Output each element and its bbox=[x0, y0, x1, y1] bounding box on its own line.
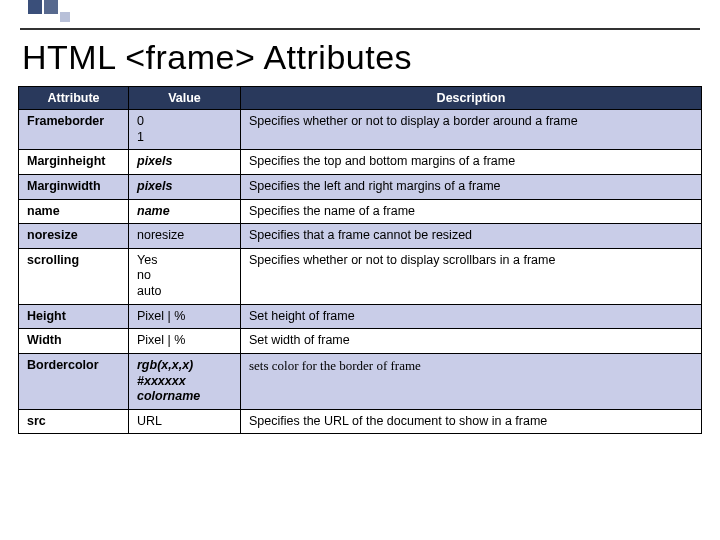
cell-attribute: src bbox=[19, 409, 129, 434]
cell-attribute: Width bbox=[19, 329, 129, 354]
cell-description: Specifies the left and right margins of … bbox=[241, 174, 702, 199]
cell-attribute: noresize bbox=[19, 224, 129, 249]
cell-description: Specifies whether or not to display scro… bbox=[241, 248, 702, 304]
cell-description: Specifies whether or not to display a bo… bbox=[241, 110, 702, 150]
table-row: MarginheightpixelsSpecifies the top and … bbox=[19, 150, 702, 175]
table-row: noresizenoresizeSpecifies that a frame c… bbox=[19, 224, 702, 249]
cell-value: rgb(x,x,x)#xxxxxxcolorname bbox=[129, 353, 241, 409]
table-row: WidthPixel | %Set width of frame bbox=[19, 329, 702, 354]
header-description: Description bbox=[241, 87, 702, 110]
cell-description: Set height of frame bbox=[241, 304, 702, 329]
table-row: namenameSpecifies the name of a frame bbox=[19, 199, 702, 224]
attributes-table: Attribute Value Description Frameborder0… bbox=[18, 86, 702, 434]
title-rule bbox=[20, 28, 700, 30]
cell-description: Specifies the top and bottom margins of … bbox=[241, 150, 702, 175]
cell-value: Pixel | % bbox=[129, 304, 241, 329]
cell-attribute: name bbox=[19, 199, 129, 224]
cell-value: Pixel | % bbox=[129, 329, 241, 354]
cell-attribute: Marginwidth bbox=[19, 174, 129, 199]
cell-value: pixels bbox=[129, 174, 241, 199]
table-header-row: Attribute Value Description bbox=[19, 87, 702, 110]
cell-description: Specifies that a frame cannot be resized bbox=[241, 224, 702, 249]
cell-description: Specifies the URL of the document to sho… bbox=[241, 409, 702, 434]
table-row: Frameborder01Specifies whether or not to… bbox=[19, 110, 702, 150]
cell-value: Yesnoauto bbox=[129, 248, 241, 304]
table-row: MarginwidthpixelsSpecifies the left and … bbox=[19, 174, 702, 199]
header-attribute: Attribute bbox=[19, 87, 129, 110]
cell-attribute: Height bbox=[19, 304, 129, 329]
cell-value: URL bbox=[129, 409, 241, 434]
table-row: scrollingYesnoautoSpecifies whether or n… bbox=[19, 248, 702, 304]
cell-description: sets color for the border of frame bbox=[241, 353, 702, 409]
cell-value: pixels bbox=[129, 150, 241, 175]
cell-value: name bbox=[129, 199, 241, 224]
slide-title: HTML <frame> Attributes bbox=[22, 38, 412, 77]
header-value: Value bbox=[129, 87, 241, 110]
cell-attribute: Marginheight bbox=[19, 150, 129, 175]
slide-decoration bbox=[28, 0, 70, 22]
table-row: srcURLSpecifies the URL of the document … bbox=[19, 409, 702, 434]
cell-attribute: Frameborder bbox=[19, 110, 129, 150]
cell-attribute: Bordercolor bbox=[19, 353, 129, 409]
cell-value: noresize bbox=[129, 224, 241, 249]
cell-value: 01 bbox=[129, 110, 241, 150]
cell-attribute: scrolling bbox=[19, 248, 129, 304]
table-row: Bordercolorrgb(x,x,x)#xxxxxxcolornameset… bbox=[19, 353, 702, 409]
cell-description: Set width of frame bbox=[241, 329, 702, 354]
table-row: HeightPixel | %Set height of frame bbox=[19, 304, 702, 329]
cell-description: Specifies the name of a frame bbox=[241, 199, 702, 224]
